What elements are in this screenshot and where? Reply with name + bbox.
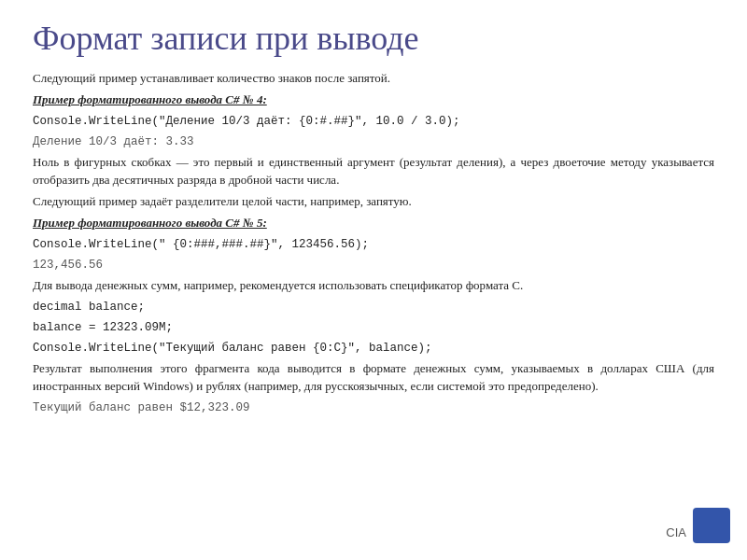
code-2: Console.WriteLine(" {0:###,###.##}", 123… [33, 236, 714, 253]
code-3: decimal balance; [33, 299, 714, 315]
para-5: Пример форматированного вывода C# № 5: [33, 215, 714, 232]
para-1: Следующий пример устанавливает количеств… [33, 70, 714, 88]
para-4: Следующий пример задаёт разделители цело… [33, 193, 714, 211]
output-2: 123,456.56 [33, 257, 714, 273]
slide: Формат записи при выводе Следующий приме… [0, 0, 747, 560]
blue-box-logo [693, 508, 730, 543]
code-4: balance = 12323.09M; [33, 319, 714, 336]
para-7: Результат выполнения этого фрагмента код… [33, 360, 714, 396]
output-3: Текущий баланс равен $12,323.09 [33, 399, 714, 416]
para-2: Пример форматированного вывода C# № 4: [33, 91, 714, 109]
para-3: Ноль в фигурных скобках — это первый и е… [33, 154, 714, 189]
slide-content: Следующий пример устанавливает количеств… [33, 70, 714, 416]
slide-title: Формат записи при выводе [33, 19, 714, 59]
para-6: Для вывода денежных сумм, например, реко… [33, 277, 714, 295]
cia-label: CIA [666, 525, 686, 539]
code-1: Console.WriteLine("Деление 10/3 даёт: {0… [33, 113, 714, 130]
code-5: Console.WriteLine("Текущий баланс равен … [33, 340, 714, 357]
output-1: Деление 10/3 даёт: 3.33 [33, 133, 714, 150]
